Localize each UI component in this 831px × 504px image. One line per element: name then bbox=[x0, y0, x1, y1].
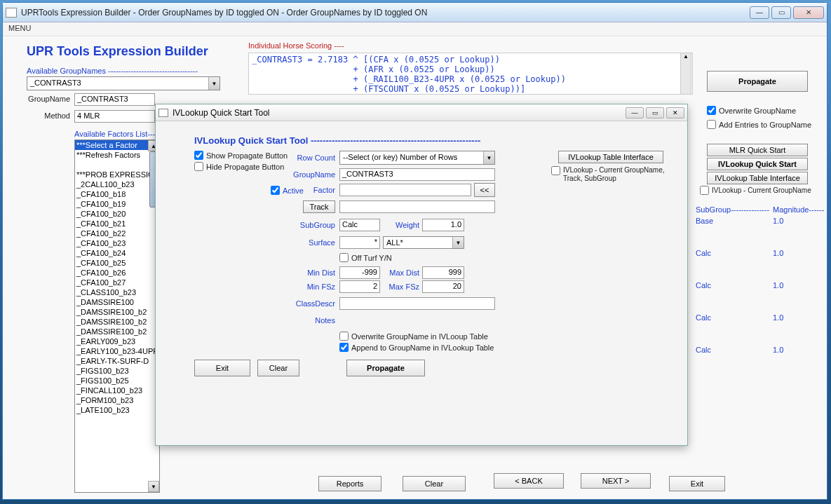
method-input[interactable]: 4 MLR bbox=[74, 110, 155, 123]
row-count-label: Row Count bbox=[282, 154, 335, 162]
expression-label: Individual Horse Scoring ---- bbox=[248, 41, 344, 50]
factors-list-item[interactable]: _FIGS100_b23 bbox=[75, 366, 159, 376]
chevron-down-icon[interactable]: ▼ bbox=[452, 237, 464, 248]
magnitude-value: 1.0 bbox=[773, 217, 783, 225]
main-window: UPRTools Expression Builder - Order Grou… bbox=[2, 2, 827, 500]
dlg-surface-label: Surface bbox=[282, 238, 335, 247]
factors-list-item[interactable]: ***Refresh Factors bbox=[75, 150, 159, 160]
factors-list-item[interactable]: _FIGS100_b25 bbox=[75, 376, 159, 386]
dialog-minimize-button[interactable]: — bbox=[626, 107, 644, 118]
dlg-propagate-button[interactable]: Propagate bbox=[346, 360, 425, 376]
factors-list-item[interactable]: _CFA100_b18 bbox=[75, 189, 159, 199]
content-area: UPR Tools Expression Builder Available G… bbox=[3, 37, 827, 499]
overwrite-in-table-checkbox[interactable]: Overwrite GroupName in IVLooup Table bbox=[339, 332, 488, 341]
factors-list-item[interactable]: _CFA100_b21 bbox=[75, 219, 159, 229]
groupname-input[interactable]: _CONTRAST3 bbox=[74, 93, 155, 106]
max-dist-input[interactable]: 999 bbox=[422, 266, 464, 279]
dlg-ivlookup-current-checkbox[interactable]: IVLookup - Current GroupName, Track, Sub… bbox=[551, 166, 670, 183]
factors-list-item[interactable]: _2CALL100_b23 bbox=[75, 179, 159, 189]
dlg-exit-button[interactable]: Exit bbox=[194, 360, 250, 376]
factors-list-item[interactable]: _EARLY-TK-SURF-D bbox=[75, 356, 159, 366]
factors-list-item[interactable]: _CFA100_b25 bbox=[75, 258, 159, 268]
magnitude-header: Magnitude------ bbox=[773, 205, 824, 214]
groupname-label: GroupName bbox=[22, 95, 70, 103]
ivlookup-current-groupname-checkbox[interactable]: IVLookup - Current GroupName bbox=[700, 186, 811, 195]
dlg-groupname-input[interactable]: _CONTRAST3 bbox=[339, 168, 495, 181]
groupnames-combo[interactable]: _CONTRAST3 ▼ bbox=[27, 76, 220, 90]
ivlookup-quick-start-button[interactable]: IVLookup Quick Start bbox=[707, 158, 808, 170]
dlg-track-input[interactable] bbox=[339, 200, 495, 213]
factors-list-item[interactable]: _LATE100_b23 bbox=[75, 405, 159, 415]
next-button[interactable]: NEXT > bbox=[581, 473, 651, 489]
titlebar: UPRTools Expression Builder - Order Grou… bbox=[3, 3, 827, 22]
max-fsz-label: Max FSz bbox=[387, 282, 419, 291]
scroll-down-icon[interactable]: ▼ bbox=[148, 481, 159, 492]
factors-list-item[interactable]: _FINCALL100_b23 bbox=[75, 386, 159, 395]
min-dist-input[interactable]: -999 bbox=[339, 266, 380, 279]
expression-textarea[interactable]: _CONTRAST3 = 2.7183 ^ [(CFA x (0.0525 or… bbox=[248, 53, 693, 95]
factors-list-item[interactable]: _FORM100_b23 bbox=[75, 395, 159, 405]
factors-list-item[interactable]: _CFA100_b27 bbox=[75, 278, 159, 287]
overwrite-groupname-checkbox[interactable]: Overwrite GroupName bbox=[707, 106, 796, 115]
reports-button[interactable]: Reports bbox=[318, 476, 381, 491]
propagate-button[interactable]: Propagate bbox=[707, 71, 808, 92]
factor-back-button[interactable]: << bbox=[474, 183, 495, 197]
factors-list-item[interactable]: _CLASS100_b23 bbox=[75, 287, 159, 297]
factors-list-item[interactable]: ***PROB EXPRESSION bbox=[75, 170, 159, 179]
factors-list-item[interactable]: _CFA100_b26 bbox=[75, 268, 159, 278]
hide-propagate-checkbox[interactable]: Hide Propagate Button bbox=[194, 162, 284, 171]
exit-button[interactable]: Exit bbox=[669, 476, 725, 491]
dlg-weight-label: Weight bbox=[387, 221, 419, 229]
dlg-factor-label: Factor bbox=[282, 186, 335, 194]
back-button[interactable]: < BACK bbox=[494, 473, 564, 489]
factors-list-item[interactable]: _CFA100_b20 bbox=[75, 209, 159, 219]
clear-button[interactable]: Clear bbox=[403, 476, 466, 491]
show-propagate-checkbox[interactable]: Show Propagate Button bbox=[194, 151, 288, 160]
dialog-close-button[interactable]: ✕ bbox=[666, 107, 684, 118]
dlg-ivlookup-table-button[interactable]: IVLookup Table Interface bbox=[558, 151, 663, 163]
track-button[interactable]: Track bbox=[303, 200, 335, 213]
factors-list-item[interactable]: _CFA100_b22 bbox=[75, 229, 159, 238]
off-turf-checkbox[interactable]: Off Turf Y/N bbox=[339, 253, 392, 262]
mlr-quick-start-button[interactable]: MLR Quick Start bbox=[707, 144, 808, 156]
close-button[interactable]: ✕ bbox=[793, 6, 824, 19]
minimize-button[interactable]: — bbox=[750, 6, 769, 19]
dlg-factor-input[interactable] bbox=[339, 184, 471, 196]
classdescr-label: ClassDescr bbox=[282, 299, 335, 308]
factors-list-item[interactable]: _CFA100_b19 bbox=[75, 199, 159, 209]
chevron-down-icon[interactable]: ▼ bbox=[208, 77, 219, 90]
factors-list-item[interactable]: _EARLY100_b23-4UPR bbox=[75, 346, 159, 356]
menu-bar[interactable]: MENU bbox=[3, 22, 827, 36]
dialog-icon bbox=[158, 109, 168, 117]
dlg-surface-input[interactable]: * bbox=[339, 236, 380, 249]
factors-list-item[interactable]: _DAMSSIRE100_b2 bbox=[75, 317, 159, 327]
factors-listbox[interactable]: ***Select a Factor***Refresh Factors***P… bbox=[74, 139, 160, 493]
dlg-surface-combo[interactable]: ALL*▼ bbox=[383, 236, 464, 249]
dlg-weight-input[interactable]: 1.0 bbox=[422, 219, 464, 231]
ivlookup-table-interface-button[interactable]: IVLookup Table Interface bbox=[707, 172, 808, 184]
factors-list-item[interactable] bbox=[75, 160, 159, 170]
factors-list-item[interactable]: _DAMSSIRE100 bbox=[75, 297, 159, 307]
dlg-subgroup-input[interactable]: Calc bbox=[339, 219, 380, 231]
dialog-maximize-button[interactable]: ▭ bbox=[646, 107, 664, 118]
expression-scrollbar[interactable]: ▲ bbox=[680, 53, 691, 95]
factors-list-item[interactable]: _EARLY009_b23 bbox=[75, 336, 159, 346]
subgroup-value: Base bbox=[696, 217, 713, 225]
factors-list-item[interactable]: _DAMSSIRE100_b2 bbox=[75, 327, 159, 336]
subgroup-value: Calc bbox=[696, 249, 711, 257]
max-fsz-input[interactable]: 20 bbox=[422, 280, 464, 293]
dlg-clear-button[interactable]: Clear bbox=[257, 360, 299, 376]
factors-list-item[interactable]: _DAMSSIRE100_b2 bbox=[75, 307, 159, 317]
classdescr-input[interactable] bbox=[339, 297, 495, 310]
dialog-titlebar: IVLookup Quick Start Tool — ▭ ✕ bbox=[156, 104, 687, 121]
factors-list-item[interactable]: _CFA100_b23 bbox=[75, 238, 159, 248]
append-in-table-checkbox[interactable]: Append to GroupName in IVLookup Table bbox=[339, 343, 494, 352]
page-title: UPR Tools Expression Builder bbox=[27, 44, 208, 59]
row-count-combo[interactable]: --Select (or key) Number of Rows▼ bbox=[339, 151, 495, 165]
factors-list-item[interactable]: _CFA100_b24 bbox=[75, 248, 159, 258]
chevron-down-icon[interactable]: ▼ bbox=[483, 151, 494, 164]
min-fsz-input[interactable]: 2 bbox=[339, 280, 380, 293]
maximize-button[interactable]: ▭ bbox=[771, 6, 791, 19]
factors-list-item[interactable]: ***Select a Factor bbox=[75, 140, 159, 150]
add-entries-checkbox[interactable]: Add Entries to GroupName bbox=[707, 120, 811, 129]
